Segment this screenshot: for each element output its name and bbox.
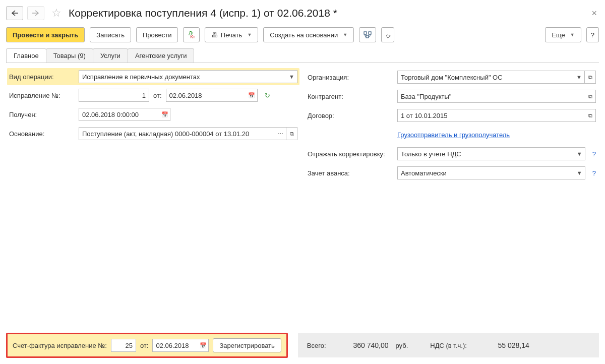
favorite-icon[interactable]: ☆ [51,7,62,20]
basis-open-button[interactable]: ⧉ [286,127,297,140]
svg-rect-1 [369,32,371,34]
basis-label: Основание: [9,130,75,138]
sf-no-input[interactable]: 25 [111,339,136,352]
contract-label: Договор: [308,112,393,119]
operation-type-dropdown[interactable]: ▼ [286,70,297,83]
organization-dropdown[interactable]: ▼ [574,71,585,84]
received-label: Получен: [9,111,75,118]
row-contract: Договор: 1 от 10.01.2015 ⧉ [308,108,596,123]
vat-value: 55 028,14 [474,341,529,349]
operation-type-select[interactable]: Исправление в первичных документах [79,70,286,83]
more-label: Еще [552,31,565,39]
post-and-close-button[interactable]: Провести и закрыть [6,27,85,42]
tab-goods[interactable]: Товары (9) [46,48,93,63]
row-basis: Основание: Поступление (акт, накладная) … [9,127,297,141]
organization-input[interactable]: Торговый дом "Комплексный" ОС [397,71,574,84]
paperclip-icon: ⏢ [384,31,392,39]
save-button[interactable]: Записать [90,27,131,42]
back-button[interactable] [6,6,23,20]
sf-label: Счет-фактура исправление №: [13,342,107,349]
counterparty-open-button[interactable]: ⧉ [585,90,596,103]
organization-label: Организация: [308,74,393,81]
counterparty-label: Контрагент: [308,93,393,100]
calendar-icon: 📅 [200,342,207,349]
post-button[interactable]: Провести [136,27,178,42]
received-calendar-button[interactable]: 📅 [159,108,170,121]
tab-agency[interactable]: Агентские услуги [128,48,195,63]
sf-from-label: от: [140,342,149,349]
dt-kt-icon: ДтКт [188,31,195,39]
page-title: Корректировка поступления 4 (испр. 1) от… [69,7,337,19]
row-counterparty: Контрагент: База "Продукты" ⧉ [308,89,596,103]
vat-label: НДС (в т.ч.): [430,342,467,349]
row-advance: Зачет аванса: Автоматически ▼ ? [308,166,596,180]
reflect-select[interactable]: Только в учете НДС [397,147,574,160]
contract-input[interactable]: 1 от 10.01.2015 [397,109,585,122]
contract-open-button[interactable]: ⧉ [585,109,596,122]
create-based-button[interactable]: Создать на основании ▼ [263,27,354,42]
chevron-down-icon: ▼ [570,32,575,37]
operation-type-label: Вид операции: [9,73,75,81]
calendar-button[interactable]: 📅 [247,89,258,102]
structure-icon [364,31,372,38]
chevron-down-icon: ▼ [247,32,252,37]
correction-no-label: Исправление №: [9,92,75,99]
refresh-icon[interactable]: ↻ [265,92,270,99]
arrow-left-icon [11,10,18,16]
svg-rect-2 [366,35,369,38]
received-input[interactable]: 02.06.2018 0:00:00 [79,108,159,121]
reflect-label: Отражать корректировку: [308,150,393,158]
register-button[interactable]: Зарегистрировать [213,338,281,352]
dt-kt-button[interactable]: ДтКт [183,27,199,42]
calendar-icon: 📅 [161,111,168,118]
total-label: Всего: [307,342,326,349]
create-based-label: Создать на основании [270,31,338,39]
advance-label: Зачет аванса: [308,169,393,177]
print-button[interactable]: 🖶 Печать ▼ [205,27,259,42]
basis-ellipsis-button[interactable]: ⋯ [275,127,286,140]
arrow-right-icon [32,10,39,16]
tab-main[interactable]: Главное [6,48,46,63]
sf-date-input[interactable]: 02.06.2018 [152,339,198,352]
row-organization: Организация: Торговый дом "Комплексный" … [308,70,596,84]
advance-dropdown[interactable]: ▼ [574,166,585,179]
totals-panel: Всего: 360 740,00 руб. НДС (в т.ч.): 55 … [298,333,599,357]
attachments-button[interactable]: ⏢ [381,27,394,42]
chevron-down-icon: ▼ [343,32,347,37]
row-correction-no: Исправление №: 1 от: 02.06.2018 📅 ↻ [9,88,297,102]
counterparty-input[interactable]: База "Продукты" [397,90,585,103]
svg-rect-0 [364,32,367,34]
advance-select[interactable]: Автоматически [397,166,574,179]
advance-help[interactable]: ? [592,169,596,177]
reflect-dropdown[interactable]: ▼ [574,147,585,160]
correction-no-input[interactable]: 1 [79,89,149,102]
consignor-consignee-link[interactable]: Грузоотправитель и грузополучатель [397,131,510,139]
printer-icon: 🖶 [211,31,218,39]
close-icon[interactable]: × [591,8,597,19]
row-operation-type: Вид операции: Исправление в первичных до… [7,68,299,85]
help-button[interactable]: ? [586,27,599,42]
total-value: 360 740,00 [333,341,389,349]
row-received: Получен: 02.06.2018 0:00:00 📅 [9,107,297,122]
row-reflect: Отражать корректировку: Только в учете Н… [308,147,596,161]
row-consignor: Грузоотправитель и грузополучатель [308,128,596,142]
invoice-correction-panel: Счет-фактура исправление №: 25 от: 02.06… [6,333,288,358]
calendar-icon: 📅 [248,92,255,99]
structure-button[interactable] [359,27,376,42]
print-label: Печать [221,31,243,39]
correction-date-input[interactable]: 02.06.2018 [166,89,247,102]
more-button[interactable]: Еще ▼ [545,27,581,42]
forward-button[interactable] [27,6,44,20]
organization-open-button[interactable]: ⧉ [585,71,596,84]
basis-input[interactable]: Поступление (акт, накладная) 0000-000004… [79,127,275,140]
correction-from-label: от: [153,92,162,99]
reflect-help[interactable]: ? [592,150,596,158]
currency-label: руб. [396,342,408,349]
tab-services[interactable]: Услуги [93,48,128,63]
sf-calendar-button[interactable]: 📅 [198,339,209,352]
